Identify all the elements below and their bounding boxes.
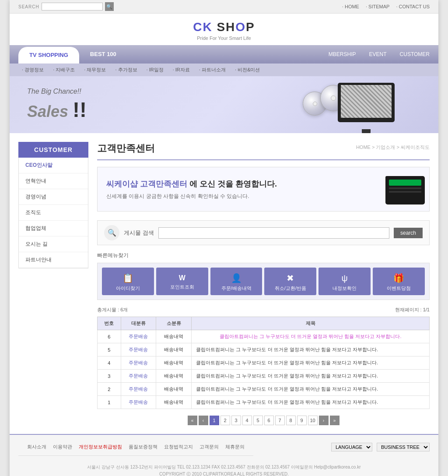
col-cat2: 소분류 [156,317,192,330]
table-row: 4 주문배송 배송내역 클립아트컴퍼니는 그 누구보다도 더 뜨거운 열정과 뛰… [98,356,430,370]
logo-ck: CK [193,20,217,34]
footer-link-privacy[interactable]: 개인정보보취급방침 [79,444,122,450]
sidebar-item-mgmt[interactable]: 경영이념 [19,189,88,205]
footer-link-cs[interactable]: 고객문의 [200,444,219,450]
table-info: 총게시물 : 6개 현재페이지 : 1/1 [97,307,430,313]
footer-link-quality[interactable]: 품질보증정책 [129,444,158,450]
nav-customer[interactable]: CUSTOMER [400,51,430,57]
footer-address: 서울시 강남구 선사동 123-12번지 파이어빌딩 TEL 02.123.12… [18,464,430,471]
title-link[interactable]: 클립아트컴퍼니는 그 누구보다도 더 뜨거운 열정과 뛰어난 힘을 저보다고 자… [220,334,402,339]
cell-cat1: 주문배송 [121,330,156,343]
pagination: « ‹ 1 2 3 4 5 6 7 8 9 10 › » [97,416,430,425]
top-nav-home[interactable]: HOME [342,4,359,9]
table-row: 2 주문배송 배송내역 클립아트컴퍼니는 그 누구보다도 더 뜨거운 열정과 뛰… [98,383,430,396]
nav-event[interactable]: EVENT [369,51,387,57]
page-prev[interactable]: ‹ [199,416,208,425]
page-2[interactable]: 2 [220,416,230,425]
content-search-input[interactable] [158,227,389,239]
cell-num: 5 [98,343,121,356]
footer-link-terms[interactable]: 이용약관 [53,444,72,450]
page-6[interactable]: 6 [264,416,274,425]
table-row: 3 주문배송 배송내역 클립아트컴퍼니는 그 누구보다도 더 뜨거운 열정과 뛰… [98,370,430,383]
banner-tagline: The Big Chance!! [27,88,87,95]
banner-main: Sales !! [27,98,87,122]
nav-tv-shopping[interactable]: TV SHOPPING [18,47,79,63]
main-nav-right: MBERSHIP EVENT CUSTOMER [329,51,430,57]
business-tree-select[interactable]: BUSINESS TREE [377,443,430,451]
banner: The Big Chance!! Sales !! [10,76,438,133]
search-button[interactable]: 🔍 [105,2,114,11]
page-4[interactable]: 4 [242,416,252,425]
quick-btn-cancel[interactable]: ✖ 취소/교환/반품 [264,268,316,295]
cell-title: 클립아트컴퍼니는 그 누구보다도 더 뜨거운 열정과 뛰어난 힘을 저보다고 자… [192,383,430,396]
top-nav-contact[interactable]: CONTACT US [396,4,430,9]
page-9[interactable]: 9 [297,416,307,425]
quick-menu-section: 빠른메뉴찾기 📋 아이디찾기 W 포인트조회 👤 주문/배송내역 [97,252,430,300]
welcome-text: 씨케이샵 고객만족센터 에 오신 것을 환영합니다. 신세계를 이용시 궁금한 … [106,179,277,200]
quick-btn-myinfo[interactable]: ψ 내정보확인 [318,268,371,295]
cell-cat1: 주문배송 [121,356,156,370]
table-row: 5 주문배송 배송내역 클립아트컴퍼니는 그 누구보다도 더 뜨거운 열정과 뛰… [98,343,430,356]
quick-btn-myinfo-label: 내정보확인 [332,286,357,291]
subnav-item-7[interactable]: 파트너소개 [196,66,229,74]
top-bar: SEARCH 🔍 HOME SITEMAP CONTACT US [10,0,438,14]
subnav-item-2[interactable]: 지배구조 [49,66,78,74]
cell-title: 클립아트컴퍼니는 그 누구보다도 더 뜨거운 열정과 뛰어난 힘을 저보다고 자… [192,343,430,356]
subnav-item-8[interactable]: 비전&미션 [231,66,263,74]
top-nav-sitemap[interactable]: SITEMAP [366,4,389,9]
breadcrumb: HOME > 기업소개 > 씨케이조직도 [356,144,430,151]
footer-link-about[interactable]: 회사소개 [27,444,46,450]
nav-membership[interactable]: MBERSHIP [329,51,356,57]
subnav-item-3[interactable]: 재무정보 [80,66,109,74]
cell-cat2: 배송내역 [156,383,192,396]
quick-btn-orders[interactable]: 👤 주문/배송내역 [210,268,262,295]
sidebar-item-ceo[interactable]: CEO인사말 [19,158,88,173]
cell-num: 2 [98,383,121,396]
search-submit-button[interactable]: search [394,228,423,238]
language-select[interactable]: LANGUAGE [331,443,372,451]
logo-subtitle: Pride For Your Smart Life [10,35,438,41]
cell-title: 클립아트컴퍼니는 그 누구보다도 더 뜨거운 열정과 뛰어난 힘을 저보다고 자… [192,396,430,409]
page-first[interactable]: « [188,416,197,425]
breadcrumb-path2: 씨케이조직도 [401,145,430,150]
sidebar-item-partner-guide[interactable]: 파트너안내 [19,252,88,268]
quick-btn-event[interactable]: 🎁 이벤트당첨 [373,268,425,295]
subnav-item-5[interactable]: IR일정 [143,66,167,74]
quick-btn-id[interactable]: 📋 아이디찾기 [102,268,154,295]
page-10[interactable]: 10 [308,416,318,425]
quick-btn-id-label: 아이디찾기 [116,286,140,291]
nav-best100[interactable]: BEST 100 [79,45,127,63]
cell-cat1: 주문배송 [121,383,156,396]
cell-cat2: 배송내역 [156,330,192,343]
sidebar-item-partner[interactable]: 협업업체 [19,221,88,236]
footer-links-row: 회사소개 이용약관 개인정보보취급방침 품질보증정책 요청법적고지 고객문의 체… [10,435,438,459]
content-area: CUSTOMER CEO인사말 연혁안내 경영이념 조직도 협업업체 오시는 길… [10,133,438,434]
quick-btn-points[interactable]: W 포인트조회 [156,268,208,295]
page-next[interactable]: › [319,416,329,425]
footer-link-legal[interactable]: 요청법적고지 [164,444,193,450]
sidebar-item-directions[interactable]: 오시는 길 [19,236,88,252]
logo-shop: SHOP [217,20,255,34]
page-last[interactable]: » [330,416,340,425]
sidebar-item-history[interactable]: 연혁안내 [19,173,88,189]
subnav-item-4[interactable]: 추가정보 [112,66,140,74]
page-7[interactable]: 7 [275,416,285,425]
sidebar-item-org[interactable]: 조직도 [19,205,88,221]
cell-num: 1 [98,396,121,409]
page-8[interactable]: 8 [286,416,296,425]
page-5[interactable]: 5 [253,416,263,425]
laptop-image [385,176,420,202]
monitor-screen [341,85,392,118]
search-input[interactable] [42,3,103,11]
welcome-box: 씨케이샵 고객만족센터 에 오신 것을 환영합니다. 신세계를 이용시 궁금한 … [97,167,430,212]
subnav-item-6[interactable]: IR자료 [169,66,193,74]
magnifier-icon: 🔍 [108,229,116,237]
page-info: 현재페이지 : 1/1 [395,307,430,313]
page-3[interactable]: 3 [231,416,241,425]
footer-link-affiliate[interactable]: 체휴문의 [225,444,245,450]
page-title: 고객만족센터 [97,142,155,155]
subnav-item-1[interactable]: 경영정보 [18,66,47,74]
page-title-area: 고객만족센터 HOME > 기업소개 > 씨케이조직도 [97,142,430,160]
quick-menu: 📋 아이디찾기 W 포인트조회 👤 주문/배송내역 ✖ 취소/교환/반품 [97,263,430,300]
page-1[interactable]: 1 [210,416,219,425]
